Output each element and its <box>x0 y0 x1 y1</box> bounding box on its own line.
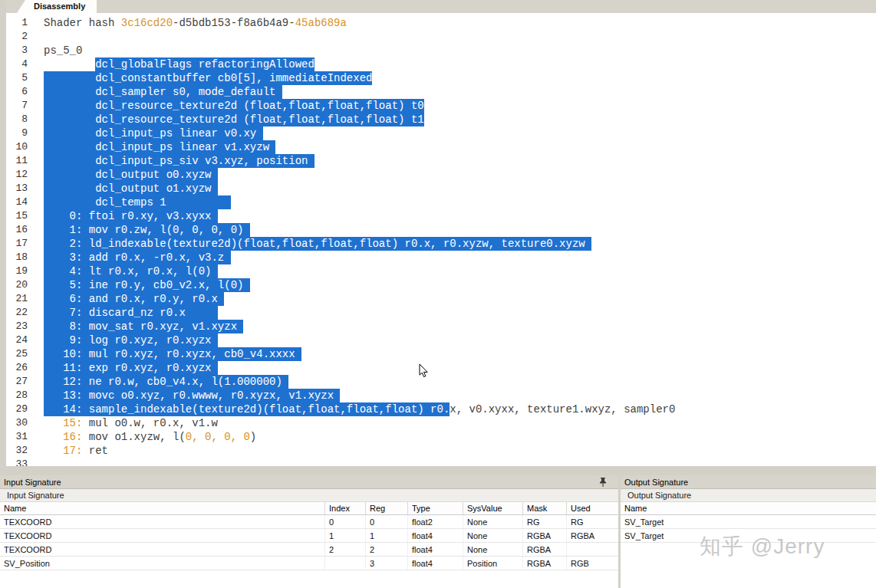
code-segment: ret <box>89 444 108 458</box>
column-header[interactable]: Name <box>0 502 325 514</box>
selected-code-segment: 12: ne r0.w, cb0_v4.x, l(1.000000) <box>44 375 288 389</box>
line-number: 4 <box>6 57 28 71</box>
code-text: ps_5_0 <box>28 44 82 57</box>
code-line[interactable]: 16 1: mov r0.zw, l(0, 0, 0, 0) <box>6 223 876 237</box>
line-number: 21 <box>6 292 28 306</box>
table-cell: float4 <box>408 557 463 570</box>
code-line[interactable]: 26 11: exp r0.xyz, r0.xyzx <box>6 361 876 375</box>
shader-debugger-window: Disassembly 1Shader hash 3c16cd20-d5bdb1… <box>0 0 876 588</box>
code-text: 3: add r0.x, -r0.x, v3.z <box>28 251 231 264</box>
line-number: 3 <box>6 44 28 57</box>
table-header-row: Name <box>621 502 876 515</box>
code-line[interactable]: 6 dcl_sampler s0, mode_default <box>6 85 876 99</box>
column-header[interactable]: Mask <box>523 502 567 514</box>
code-line[interactable]: 18 3: add r0.x, -r0.x, v3.z <box>6 251 876 264</box>
code-line[interactable]: 10 dcl_input_ps linear v1.xyzw <box>6 140 876 154</box>
column-header[interactable]: Name <box>621 502 876 514</box>
code-line[interactable]: 1Shader hash 3c16cd20-d5bdb153-f8a6b4a9-… <box>6 16 876 30</box>
code-line[interactable]: 27 12: ne r0.w, cb0_v4.x, l(1.000000) <box>6 375 876 389</box>
table-cell: 1 <box>366 529 408 542</box>
column-header[interactable]: Reg <box>366 502 408 514</box>
code-text: dcl_constantbuffer cb0[5], immediateInde… <box>28 71 372 85</box>
table-cell: RG <box>523 515 567 528</box>
code-line[interactable]: 23 8: mov_sat r0.xyz, v1.xyzx <box>6 320 876 333</box>
code-segment: mov o1.xyzw, l( <box>89 430 186 444</box>
table-row[interactable]: SV_Target <box>621 529 876 543</box>
line-number: 20 <box>6 278 28 292</box>
line-number: 28 <box>6 389 28 402</box>
code-line[interactable]: 33 <box>6 458 876 466</box>
code-line[interactable]: 30 15: mul o0.w, r0.x, v1.w <box>6 416 876 430</box>
code-text: dcl_resource_texture2d (float,float,floa… <box>28 99 424 113</box>
table-header-row: NameIndexRegTypeSysValueMaskUsed <box>0 502 618 515</box>
code-line[interactable]: 11 dcl_input_ps_siv v3.xyz, position <box>6 154 876 168</box>
table-cell: TEXCOORD <box>0 529 325 542</box>
code-line[interactable]: 25 10: mul r0.xyz, r0.xyzx, cb0_v4.xxxx <box>6 347 876 361</box>
mouse-cursor-icon <box>419 363 429 381</box>
selected-code-segment: dcl_output o1.xyzw <box>44 182 218 195</box>
code-line[interactable]: 3ps_5_0 <box>6 44 876 57</box>
code-line[interactable]: 17 2: ld_indexable(texture2d)(float,floa… <box>6 237 876 251</box>
code-segment: 17: <box>44 444 89 458</box>
code-line[interactable]: 5 dcl_constantbuffer cb0[5], immediateIn… <box>6 71 876 85</box>
table-row[interactable]: TEXCOORD11float4NoneRGBARGBA <box>0 529 618 543</box>
column-header[interactable]: Type <box>408 502 463 514</box>
selected-code-segment: 5: ine r0.y, cb0_v2.x, l(0) <box>44 278 250 292</box>
code-line[interactable]: 14 dcl_temps 1 <box>6 195 876 209</box>
table-cell: 3 <box>366 557 408 570</box>
line-number: 26 <box>6 361 28 375</box>
code-line[interactable]: 24 9: log r0.xyz, r0.xyzx <box>6 333 876 347</box>
line-number: 15 <box>6 209 28 223</box>
code-line[interactable]: 9 dcl_input_ps linear v0.xy <box>6 126 876 140</box>
code-text: dcl_sampler s0, mode_default <box>28 85 282 99</box>
table-cell: 0 <box>366 515 408 528</box>
code-text: dcl_output o1.xyzw <box>28 182 218 195</box>
code-segment: -d5bdb153-f8a6b4a9- <box>173 16 295 30</box>
table-cell: Position <box>463 557 523 570</box>
code-line[interactable]: 22 7: discard_nz r0.x <box>6 306 876 320</box>
code-segment: 15: <box>44 416 89 430</box>
table-cell: SV_Position <box>0 557 325 570</box>
column-header[interactable]: Index <box>325 502 366 514</box>
table-row[interactable]: TEXCOORD22float4NoneRGBA <box>0 543 618 557</box>
code-line[interactable]: 19 4: lt r0.x, r0.x, l(0) <box>6 264 876 278</box>
code-line[interactable]: 31 16: mov o1.xyzw, l(0, 0, 0, 0) <box>6 430 876 444</box>
selected-code-segment: 9: log r0.xyz, r0.xyzx <box>44 333 218 347</box>
disassembly-editor[interactable]: 1Shader hash 3c16cd20-d5bdb153-f8a6b4a9-… <box>6 13 876 466</box>
table-cell: 0 <box>325 515 366 528</box>
code-line[interactable]: 2 <box>6 30 876 44</box>
code-text <box>28 458 44 466</box>
pin-icon[interactable] <box>598 477 609 488</box>
input-signature-titlebar: Input Signature <box>0 475 618 489</box>
code-line[interactable]: 29 14: sample_indexable(texture2d)(float… <box>6 402 876 416</box>
table-cell: float2 <box>408 515 463 528</box>
line-number: 31 <box>6 430 28 444</box>
code-line[interactable]: 13 dcl_output o1.xyzw <box>6 182 876 195</box>
column-header[interactable]: Used <box>567 502 618 514</box>
table-row[interactable]: SV_Position3float4PositionRGBARGB <box>0 557 618 570</box>
code-line[interactable]: 4 dcl_globalFlags refactoringAllowed <box>6 57 876 71</box>
tab-disassembly[interactable]: Disassembly <box>17 0 97 13</box>
code-line[interactable]: 8 dcl_resource_texture2d (float,float,fl… <box>6 113 876 126</box>
table-row[interactable]: SV_Target <box>621 515 876 529</box>
code-line[interactable]: 12 dcl_output o0.xyzw <box>6 168 876 182</box>
code-line[interactable]: 15 0: ftoi r0.xy, v3.xyxx <box>6 209 876 223</box>
code-segment <box>44 57 95 71</box>
code-text: 2: ld_indexable(texture2d)(float,float,f… <box>28 237 591 251</box>
selected-code-segment: dcl_input_ps_siv v3.xyz, position <box>44 154 315 168</box>
code-text: 9: log r0.xyz, r0.xyzx <box>28 333 218 347</box>
code-lines: 1Shader hash 3c16cd20-d5bdb153-f8a6b4a9-… <box>6 16 876 466</box>
code-text: dcl_temps 1 <box>28 195 231 209</box>
table-cell: float4 <box>408 529 463 542</box>
table-row[interactable]: TEXCOORD00float2NoneRGRG <box>0 515 618 529</box>
code-line[interactable]: 7 dcl_resource_texture2d (float,float,fl… <box>6 99 876 113</box>
code-line[interactable]: 32 17: ret <box>6 444 876 458</box>
caption-label: Output Signature <box>627 491 691 500</box>
line-number: 18 <box>6 251 28 264</box>
input-signature-title: Input Signature <box>4 478 61 487</box>
code-line[interactable]: 21 6: and r0.x, r0.y, r0.x <box>6 292 876 306</box>
column-header[interactable]: SysValue <box>463 502 523 514</box>
code-line[interactable]: 28 13: movc o0.xyz, r0.wwww, r0.xyzx, v1… <box>6 389 876 402</box>
code-line[interactable]: 20 5: ine r0.y, cb0_v2.x, l(0) <box>6 278 876 292</box>
output-signature-caption: Output Signature <box>621 489 876 502</box>
